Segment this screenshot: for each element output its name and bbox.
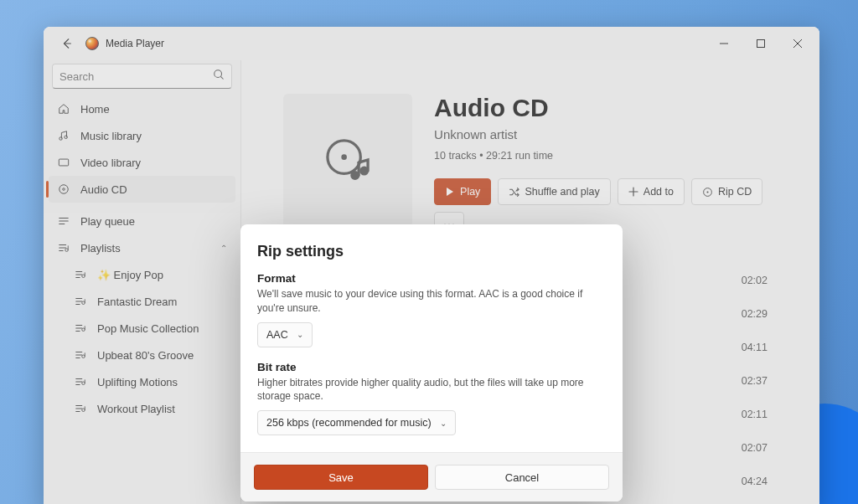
chevron-down-icon: ⌄: [440, 419, 447, 428]
format-description: We'll save music to your device using th…: [257, 287, 606, 316]
cancel-button[interactable]: Cancel: [435, 465, 609, 490]
format-heading: Format: [257, 272, 606, 285]
app-window: Media Player Home: [44, 27, 819, 504]
rip-settings-dialog: Rip settings Format We'll save music to …: [240, 224, 623, 501]
chevron-down-icon: ⌄: [297, 330, 303, 339]
modal-overlay: Rip settings Format We'll save music to …: [44, 27, 819, 504]
format-value: AAC: [266, 329, 288, 341]
save-button[interactable]: Save: [254, 465, 428, 490]
format-dropdown[interactable]: AAC ⌄: [257, 322, 313, 347]
dialog-title: Rip settings: [257, 243, 606, 260]
bitrate-dropdown[interactable]: 256 kbps (recommended for music) ⌄: [257, 410, 456, 435]
bitrate-value: 256 kbps (recommended for music): [266, 417, 432, 429]
bitrate-heading: Bit rate: [257, 361, 606, 373]
bitrate-description: Higher bitrates provide higher quality a…: [257, 376, 606, 404]
